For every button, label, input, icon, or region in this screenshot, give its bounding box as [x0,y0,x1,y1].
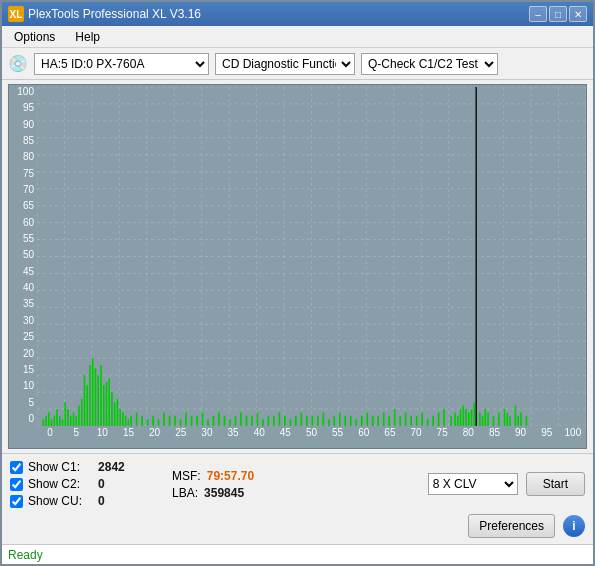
test-select[interactable]: Q-Check C1/C2 Test [361,53,498,75]
svg-rect-120 [383,412,385,426]
titlebar: XL PlexTools Professional XL V3.16 – □ ✕ [2,2,593,26]
y-label-65: 65 [9,201,37,211]
svg-rect-99 [268,416,270,426]
svg-rect-125 [410,416,412,426]
y-label-60: 60 [9,218,37,228]
minimize-button[interactable]: – [529,6,547,22]
svg-rect-67 [111,392,113,426]
y-label-70: 70 [9,185,37,195]
svg-rect-107 [312,416,314,426]
svg-rect-135 [460,409,462,426]
lba-label: LBA: [172,486,198,500]
y-label-80: 80 [9,152,37,162]
svg-rect-93 [235,416,237,426]
svg-rect-68 [114,402,116,426]
svg-rect-89 [213,416,215,426]
x-label-35: 35 [220,428,246,438]
status-bar: Ready [2,544,593,564]
x-label-60: 60 [351,428,377,438]
x-label-65: 65 [377,428,403,438]
x-label-10: 10 [89,428,115,438]
svg-rect-132 [450,416,452,426]
y-label-40: 40 [9,283,37,293]
x-label-40: 40 [246,428,272,438]
svg-rect-75 [136,412,138,426]
svg-rect-101 [279,412,281,426]
svg-rect-145 [493,416,495,426]
lba-row: LBA: 359845 [172,486,254,500]
y-label-90: 90 [9,120,37,130]
svg-rect-130 [438,412,440,426]
maximize-button[interactable]: □ [549,6,567,22]
svg-rect-54 [75,416,77,426]
svg-rect-66 [108,379,110,426]
svg-rect-51 [67,409,69,426]
show-c2-item: Show C2: [10,477,82,491]
y-label-5: 5 [9,398,37,408]
x-label-25: 25 [168,428,194,438]
y-label-50: 50 [9,250,37,260]
svg-rect-76 [141,416,143,426]
msf-label: MSF: [172,469,201,483]
svg-rect-60 [92,358,94,426]
start-button[interactable]: Start [526,472,585,496]
close-button[interactable]: ✕ [569,6,587,22]
svg-rect-64 [103,385,105,426]
x-label-5: 5 [63,428,89,438]
status-text: Ready [8,548,43,562]
titlebar-controls: – □ ✕ [529,6,587,22]
speed-select[interactable]: 8 X CLV [428,473,518,495]
x-label-30: 30 [194,428,220,438]
x-axis: 0 5 10 15 20 25 30 35 40 45 50 55 60 65 … [37,426,586,448]
svg-rect-69 [117,399,119,426]
menu-options[interactable]: Options [6,28,63,46]
svg-rect-88 [207,419,209,426]
svg-rect-109 [322,412,324,426]
show-c1-checkbox[interactable] [10,461,23,474]
svg-rect-124 [405,412,407,426]
svg-rect-106 [306,416,308,426]
y-label-45: 45 [9,267,37,277]
y-label-100: 100 [9,87,37,97]
show-c2-label: Show C2: [28,477,80,491]
svg-rect-48 [59,416,61,426]
svg-rect-129 [432,416,434,426]
preferences-button[interactable]: Preferences [468,514,555,538]
show-cu-label: Show CU: [28,494,82,508]
y-label-10: 10 [9,381,37,391]
window-title: PlexTools Professional XL V3.16 [28,7,201,21]
svg-rect-58 [86,385,88,426]
show-cu-checkbox[interactable] [10,495,23,508]
menu-help[interactable]: Help [67,28,108,46]
chart-area: 100 95 90 85 80 75 70 65 60 55 50 45 40 … [8,84,587,449]
svg-rect-111 [333,416,335,426]
svg-rect-148 [506,412,508,426]
svg-rect-77 [147,419,149,426]
checkbox-group: Show C1: Show C2: Show CU: [10,460,82,508]
svg-rect-131 [443,409,445,426]
svg-rect-104 [295,416,297,426]
right-controls: 8 X CLV Start [428,472,585,496]
svg-rect-65 [106,382,108,426]
svg-rect-144 [487,412,489,426]
svg-rect-55 [78,406,80,426]
svg-rect-46 [53,416,55,426]
svg-rect-85 [191,416,193,426]
info-button[interactable]: i [563,515,585,537]
show-c1-item: Show C1: [10,460,82,474]
drive-select[interactable]: HA:5 ID:0 PX-760A [34,53,209,75]
x-label-85: 85 [481,428,507,438]
svg-rect-83 [180,419,182,426]
svg-rect-149 [509,416,511,426]
function-select[interactable]: CD Diagnostic Functions [215,53,355,75]
svg-rect-96 [251,416,253,426]
x-label-80: 80 [455,428,481,438]
svg-rect-43 [45,416,47,426]
main-window: XL PlexTools Professional XL V3.16 – □ ✕… [0,0,595,566]
y-label-0: 0 [9,414,37,424]
svg-rect-151 [517,416,519,426]
svg-rect-102 [284,416,286,426]
show-c2-checkbox[interactable] [10,478,23,491]
svg-rect-63 [100,365,102,426]
svg-rect-136 [462,406,464,426]
